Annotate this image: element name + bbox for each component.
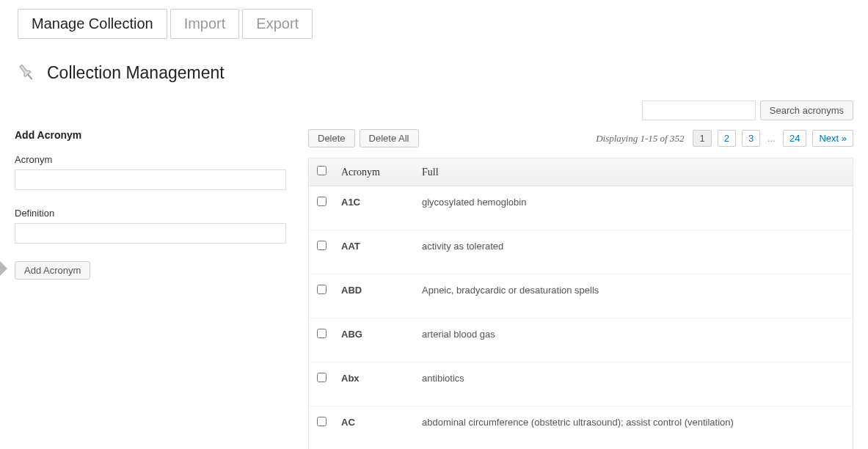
add-acronym-heading: Add Acronym: [15, 129, 286, 141]
row-acronym[interactable]: ABD: [334, 274, 415, 318]
page-2[interactable]: 2: [718, 130, 736, 147]
tab-import[interactable]: Import: [170, 9, 240, 39]
acronym-input[interactable]: [15, 169, 286, 190]
row-checkbox[interactable]: [317, 197, 327, 206]
row-acronym[interactable]: A1C: [334, 186, 415, 230]
table-row: A1Cglycosylated hemoglobin: [309, 186, 853, 230]
search-input[interactable]: [642, 101, 756, 120]
table-header-row: Acronym Full: [309, 158, 853, 186]
acronyms-table: Acronym Full A1Cglycosylated hemoglobinA…: [308, 158, 853, 449]
table-row: ABGarterial blood gas: [309, 318, 853, 362]
row-full: glycosylated hemoglobin: [415, 186, 853, 230]
page-title: Collection Management: [47, 63, 225, 83]
displaying-text: Displaying 1-15 of 352: [596, 133, 684, 145]
tabs: Manage Collection Import Export: [18, 0, 853, 39]
row-full: abdominal circumference (obstetric ultra…: [415, 406, 853, 449]
table-row: Abxantibiotics: [309, 362, 853, 406]
row-acronym[interactable]: AAT: [334, 230, 415, 274]
delete-button[interactable]: Delete: [308, 129, 355, 147]
row-checkbox[interactable]: [317, 285, 327, 294]
add-acronym-form: Add Acronym Acronym Definition Add Acron…: [15, 129, 286, 280]
select-all-checkbox[interactable]: [317, 166, 327, 175]
row-acronym[interactable]: Abx: [334, 362, 415, 406]
page-last[interactable]: 24: [783, 130, 806, 147]
acronym-label: Acronym: [15, 154, 286, 165]
row-acronym[interactable]: ABG: [334, 318, 415, 362]
row-full: Apneic, bradycardic or desaturation spel…: [415, 274, 853, 318]
row-checkbox[interactable]: [317, 241, 327, 250]
table-row: ABDApneic, bradycardic or desaturation s…: [309, 274, 853, 318]
row-acronym[interactable]: AC: [334, 406, 415, 449]
table-row: ACabdominal circumference (obstetric ult…: [309, 406, 853, 449]
pagination: Displaying 1-15 of 352 1 2 3 ... 24 Next…: [596, 130, 853, 147]
page-1[interactable]: 1: [693, 130, 711, 147]
col-full[interactable]: Full: [415, 158, 853, 186]
add-acronym-button[interactable]: Add Acronym: [15, 261, 90, 280]
page-3[interactable]: 3: [742, 130, 760, 147]
svg-rect-0: [27, 74, 32, 80]
row-full: arterial blood gas: [415, 318, 853, 362]
row-checkbox[interactable]: [317, 373, 327, 382]
page-next[interactable]: Next »: [812, 130, 853, 147]
side-caret-icon: [0, 261, 7, 276]
col-acronym[interactable]: Acronym: [334, 158, 415, 186]
tab-manage-collection[interactable]: Manage Collection: [18, 9, 167, 39]
table-row: AATactivity as tolerated: [309, 230, 853, 274]
delete-all-button[interactable]: Delete All: [360, 129, 419, 147]
page-dots: ...: [766, 133, 777, 144]
tab-export[interactable]: Export: [242, 9, 313, 39]
row-checkbox[interactable]: [317, 417, 327, 426]
definition-input[interactable]: [15, 223, 286, 244]
row-checkbox[interactable]: [317, 329, 327, 338]
definition-label: Definition: [15, 208, 286, 219]
pushpin-icon: [15, 61, 38, 84]
row-full: antibiotics: [415, 362, 853, 406]
row-full: activity as tolerated: [415, 230, 853, 274]
search-button[interactable]: Search acronyms: [760, 101, 853, 120]
